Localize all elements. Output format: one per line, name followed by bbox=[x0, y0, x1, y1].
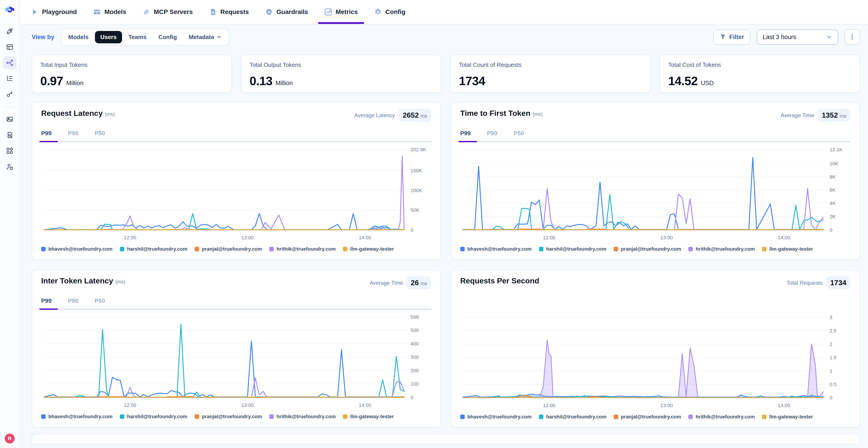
sidebar-item-document-search[interactable] bbox=[3, 129, 17, 141]
sidebar-item-user-access[interactable] bbox=[3, 160, 17, 173]
document-search-icon bbox=[6, 131, 14, 139]
chart-stat-badge: 2652ms bbox=[399, 109, 431, 122]
key-icon bbox=[6, 90, 14, 98]
percentile-tab-p50[interactable]: P50 bbox=[95, 127, 108, 141]
view-option-metadata[interactable]: Metadata bbox=[183, 31, 227, 43]
percentile-tab-p99[interactable]: P99 bbox=[41, 127, 54, 141]
svg-text:12:00: 12:00 bbox=[124, 402, 136, 408]
sidebar-item-gateway[interactable] bbox=[3, 57, 17, 69]
sidebar-item-hierarchy[interactable] bbox=[3, 72, 17, 85]
chart-title-text: Inter Token Latency bbox=[41, 276, 113, 285]
percentile-tab-p99[interactable]: P99 bbox=[41, 295, 54, 308]
chart-legend: bhavesh@truefoundry.comharshil@truefound… bbox=[41, 244, 431, 255]
percentile-tab-p50[interactable]: P50 bbox=[95, 295, 108, 308]
chart-stat-label: Average Latency bbox=[354, 112, 395, 118]
chart-stat-value: 2652 bbox=[403, 111, 418, 119]
tab-guardrails[interactable]: Guardrails bbox=[265, 0, 308, 24]
tab-label: Requests bbox=[220, 8, 249, 15]
chart-canvas: 598500400300200100012:0013:0014:00 bbox=[41, 312, 431, 410]
chart-stat-value: 26 bbox=[411, 279, 419, 287]
tab-models[interactable]: Models bbox=[93, 0, 126, 24]
tab-label: Models bbox=[104, 8, 126, 15]
stat-label: Total Output Tokens bbox=[250, 61, 433, 68]
svg-text:13:00: 13:00 bbox=[660, 403, 673, 408]
percentile-tab-p50[interactable]: P50 bbox=[514, 127, 527, 141]
svg-text:50K: 50K bbox=[410, 207, 419, 213]
percentile-tab-p90[interactable]: P90 bbox=[487, 127, 500, 141]
svg-text:0: 0 bbox=[830, 227, 832, 233]
legend-item[interactable]: hrithik@truefoundry.com bbox=[269, 246, 336, 252]
view-option-teams[interactable]: Teams bbox=[123, 31, 152, 43]
svg-text:14:00: 14:00 bbox=[778, 235, 790, 240]
percentile-tab-p90[interactable]: P90 bbox=[68, 295, 81, 308]
legend-item[interactable]: pranjal@truefoundry.com bbox=[614, 246, 681, 252]
request-latency-card: Request Latency(ms) Average Latency 2652… bbox=[32, 102, 441, 260]
tab-requests[interactable]: Requests bbox=[209, 0, 249, 24]
chart-summary-stat: Total Requests 1734 bbox=[786, 276, 850, 289]
filter-button[interactable]: Filter bbox=[713, 30, 750, 45]
legend-item[interactable]: llm-gateway-tester bbox=[762, 414, 813, 420]
legend-item[interactable]: bhavesh@truefoundry.com bbox=[460, 246, 532, 252]
legend-item[interactable]: harshil@truefoundry.com bbox=[120, 414, 187, 419]
legend-item[interactable]: harshil@truefoundry.com bbox=[539, 246, 607, 252]
user-access-icon bbox=[6, 163, 14, 171]
chart-summary-stat: Average Time 1352ms bbox=[781, 109, 850, 122]
sidebar-item-key[interactable] bbox=[3, 88, 17, 101]
legend-item[interactable]: hrithik@truefoundry.com bbox=[688, 246, 755, 252]
tab-metrics[interactable]: Metrics bbox=[324, 0, 358, 24]
legend-label: harshil@truefoundry.com bbox=[546, 246, 607, 252]
legend-label: llm-gateway-tester bbox=[769, 414, 813, 420]
svg-text:8K: 8K bbox=[830, 174, 836, 180]
tabs-spacer bbox=[460, 295, 850, 310]
sidebar-item-images[interactable] bbox=[3, 113, 17, 126]
legend-item[interactable]: llm-gateway-tester bbox=[343, 414, 394, 419]
legend-item[interactable]: hrithik@truefoundry.com bbox=[269, 414, 336, 419]
view-toolbar: View by Models Users Teams Config Metada… bbox=[20, 24, 868, 50]
legend-swatch bbox=[120, 247, 124, 251]
view-option-users[interactable]: Users bbox=[95, 31, 122, 43]
legend-item[interactable]: harshil@truefoundry.com bbox=[539, 414, 607, 420]
top-navigation: Playground Models MCP Servers Requests G… bbox=[20, 0, 868, 24]
legend-swatch bbox=[460, 247, 465, 251]
legend-item[interactable]: llm-gateway-tester bbox=[762, 246, 813, 252]
legend-label: llm-gateway-tester bbox=[350, 414, 394, 419]
view-option-models[interactable]: Models bbox=[63, 31, 94, 43]
chart-legend: bhavesh@truefoundry.comharshil@truefound… bbox=[460, 244, 850, 255]
legend-label: harshil@truefoundry.com bbox=[546, 414, 607, 420]
legend-item[interactable]: bhavesh@truefoundry.com bbox=[460, 414, 532, 420]
svg-text:200: 200 bbox=[410, 368, 419, 374]
stat-card-token-cost: Total Cost of Tokens 14.52USD bbox=[659, 55, 860, 93]
view-option-config[interactable]: Config bbox=[153, 31, 182, 43]
percentile-tab-p99[interactable]: P99 bbox=[460, 127, 473, 141]
legend-item[interactable]: bhavesh@truefoundry.com bbox=[41, 246, 113, 252]
truefoundry-logo[interactable] bbox=[4, 4, 15, 15]
legend-item[interactable]: pranjal@truefoundry.com bbox=[614, 414, 681, 420]
percentile-tabs: P99P90P50 bbox=[41, 295, 431, 310]
legend-item[interactable]: harshil@truefoundry.com bbox=[120, 246, 187, 252]
tab-mcp-servers[interactable]: MCP Servers bbox=[143, 0, 193, 24]
time-range-select[interactable]: Last 3 hours bbox=[757, 30, 838, 45]
guardrails-shield-icon bbox=[265, 8, 273, 16]
tab-config[interactable]: Config bbox=[374, 0, 405, 24]
sidebar-item-apps[interactable] bbox=[3, 144, 17, 157]
svg-text:0: 0 bbox=[830, 395, 832, 401]
legend-item[interactable]: pranjal@truefoundry.com bbox=[195, 414, 262, 419]
legend-item[interactable]: hrithik@truefoundry.com bbox=[688, 414, 755, 420]
tab-label: Config bbox=[385, 8, 405, 15]
percentile-tab-p90[interactable]: P90 bbox=[68, 127, 81, 141]
kebab-menu-icon bbox=[849, 34, 855, 40]
legend-item[interactable]: bhavesh@truefoundry.com bbox=[41, 414, 113, 419]
legend-swatch bbox=[614, 247, 618, 251]
tab-playground[interactable]: Playground bbox=[31, 0, 77, 24]
chart-stat-label: Average Time bbox=[781, 112, 814, 118]
svg-text:598: 598 bbox=[410, 314, 419, 320]
chart-title: Requests Per Second bbox=[460, 276, 539, 285]
legend-item[interactable]: llm-gateway-tester bbox=[343, 246, 394, 252]
legend-item[interactable]: pranjal@truefoundry.com bbox=[195, 246, 262, 252]
sidebar-item-rocket[interactable] bbox=[3, 25, 17, 37]
more-options-button[interactable] bbox=[844, 29, 860, 45]
user-avatar[interactable]: R bbox=[5, 434, 15, 444]
sidebar-item-table[interactable] bbox=[3, 41, 17, 53]
stat-label: Total Input Tokens bbox=[40, 61, 223, 68]
legend-swatch bbox=[269, 414, 274, 419]
